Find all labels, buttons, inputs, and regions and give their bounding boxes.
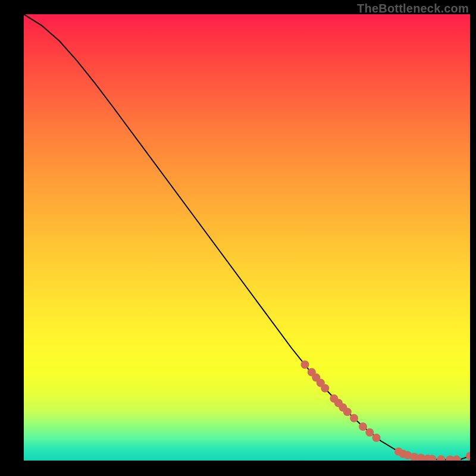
data-marker xyxy=(343,408,352,416)
data-marker xyxy=(321,384,329,393)
attribution-text: TheBottleneck.com xyxy=(357,2,469,14)
data-marker xyxy=(428,455,436,461)
data-marker xyxy=(424,455,432,461)
data-marker xyxy=(359,422,367,431)
data-marker xyxy=(365,428,374,437)
data-marker xyxy=(446,456,454,461)
data-marker xyxy=(308,368,316,377)
marker-group xyxy=(301,361,471,461)
curve-path xyxy=(24,14,470,460)
data-marker xyxy=(317,379,325,387)
data-marker xyxy=(350,414,358,422)
data-marker xyxy=(301,361,309,369)
data-marker xyxy=(399,450,408,458)
data-marker xyxy=(466,452,470,461)
data-marker xyxy=(417,454,425,461)
data-marker xyxy=(410,453,418,461)
data-marker xyxy=(394,447,403,456)
data-marker xyxy=(339,403,347,412)
data-marker xyxy=(334,399,343,407)
data-marker xyxy=(403,451,412,459)
chart-svg xyxy=(24,14,470,461)
data-marker xyxy=(437,455,445,461)
plot-area xyxy=(24,14,470,461)
data-marker xyxy=(372,434,381,442)
data-marker xyxy=(312,374,320,382)
chart-container: TheBottleneck.com xyxy=(0,0,476,476)
data-marker xyxy=(330,394,338,403)
data-marker xyxy=(453,456,461,461)
